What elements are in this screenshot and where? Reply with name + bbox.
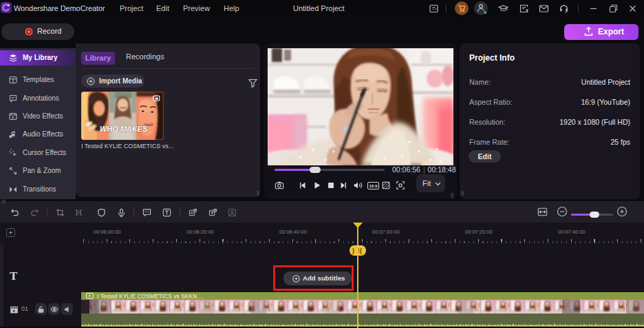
svg-text:WHO MAKES: WHO MAKES	[100, 125, 148, 133]
